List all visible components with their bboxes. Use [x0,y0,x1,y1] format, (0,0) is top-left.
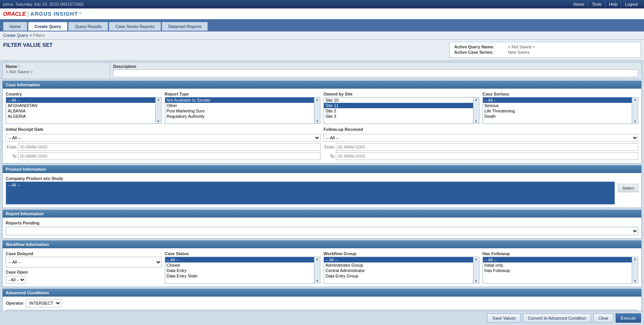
workflow-info-header: Workflow Information [3,241,641,248]
nav-help[interactable]: Help [606,1,621,7]
list-item[interactable]: Has Followup [483,268,632,273]
scroll-up-arrow[interactable]: ▲ [634,98,637,101]
tab-query-results[interactable]: Query Results [68,22,108,31]
case-status-list-wrap: -- All -- Closed Data Entry Data Entry S… [165,257,321,284]
list-item[interactable]: -- All -- [165,257,314,262]
has-followup-listbox[interactable]: -- All -- Initial only Has Followup [483,257,632,284]
case-status-listbox[interactable]: -- All -- Closed Data Entry Data Entry S… [165,257,315,284]
followup-to-input[interactable] [336,152,638,160]
nav-tools[interactable]: Tools [589,1,605,7]
case-serious-label: Case Serious [483,92,639,96]
case-open-select[interactable]: - All - [6,276,26,284]
case-delayed-select[interactable]: -- All -- [6,257,162,267]
list-item[interactable]: Death [483,114,632,119]
list-item[interactable]: Site 3 [324,114,473,119]
list-item[interactable]: -- All -- [8,183,613,187]
tab-case-series-reports[interactable]: Case Series Reports [109,22,161,31]
report-type-list-wrap: Not Available to Sender Other Post Marke… [165,97,321,124]
product-select-button[interactable]: Select [618,184,638,192]
list-item[interactable]: Initial only [483,262,632,268]
initial-receipt-from-input[interactable] [18,143,320,151]
tab-create-query[interactable]: Create Query [28,22,67,31]
workflow-group-scrollbar[interactable]: ▲ ▼ [473,257,480,284]
list-item[interactable]: -- All -- [483,97,632,103]
scroll-up-arrow[interactable]: ▲ [475,257,478,261]
list-item[interactable]: ALBANIA [6,108,155,114]
followup-from-input[interactable] [336,143,638,151]
breadcrumb-create-query[interactable]: Create Query [3,33,28,38]
list-item[interactable]: ALGERIA [6,114,155,119]
list-item[interactable]: Site 11 [324,103,473,108]
country-scrollbar[interactable]: ▲ ▼ [156,97,162,124]
query-info-box: Active Query Name: < Not Saved > Active … [449,42,641,58]
tab-home[interactable]: Home [3,22,27,31]
initial-receipt-to-input[interactable] [18,152,320,160]
save-values-button[interactable]: Save Values [487,313,521,323]
date-row-group: Initial Receipt Date -- All -- From To [6,127,638,160]
nav-home[interactable]: Home [570,1,588,7]
report-type-listbox[interactable]: Not Available to Sender Other Post Marke… [165,97,315,124]
country-listbox[interactable]: -- All -- AFGHANISTAN ALBANIA ALGERIA [6,97,156,124]
list-item[interactable]: Serious [483,103,632,108]
has-followup-scrollbar[interactable]: ▲ ▼ [632,257,638,284]
product-logo: ARGUS INSIGHT [30,11,78,17]
list-item[interactable]: -- All -- [324,257,473,262]
scroll-down-arrow[interactable]: ▼ [316,279,319,283]
workflow-info-section: Workflow Information Case Delayed -- All… [2,240,642,287]
workflow-group-listbox[interactable]: -- All -- Administrator Group Central Ad… [324,257,473,284]
list-item[interactable]: -- All -- [6,97,155,103]
case-serious-list-wrap: -- All -- Serious Life Threatening Death… [483,97,639,124]
case-status-scrollbar[interactable]: ▲ ▼ [314,257,320,284]
list-item[interactable]: Life Threatening [483,108,632,114]
scroll-down-arrow[interactable]: ▼ [157,120,160,123]
scroll-down-arrow[interactable]: ▼ [316,120,319,123]
clear-button[interactable]: Clear [593,313,613,323]
list-item[interactable]: Data Entry Group [324,273,473,279]
list-item[interactable]: -- All -- [483,257,632,262]
list-item[interactable]: Site 10 [324,97,473,103]
list-item[interactable]: Central Administrator [324,268,473,273]
reports-pending-select[interactable] [6,227,638,235]
scroll-up-arrow[interactable]: ▲ [316,257,319,261]
list-item[interactable]: Administrator Group [324,262,473,268]
case-serious-listbox[interactable]: -- All -- Serious Life Threatening Death [483,97,632,124]
initial-receipt-date-group: Initial Receipt Date -- All -- From To [6,127,320,160]
tab-datamart-reports[interactable]: Datamart Reports [162,22,208,31]
scroll-down-arrow[interactable]: ▼ [475,120,478,123]
list-item[interactable]: Not Available to Sender [165,97,314,103]
advanced-conditions-header: Advanced Conditions [3,289,641,297]
case-open-label: Case Open [6,270,162,274]
owned-by-site-listbox[interactable]: Site 10 Site 11 Site 2 Site 3 [324,97,473,124]
scroll-down-arrow[interactable]: ▼ [475,279,478,283]
owned-by-site-scrollbar[interactable]: ▲ ▼ [473,97,480,124]
scroll-up-arrow[interactable]: ▲ [157,98,160,101]
description-input[interactable] [113,69,638,77]
scroll-up-arrow[interactable]: ▲ [634,257,637,261]
execute-button[interactable]: Execute [616,313,641,323]
list-item[interactable]: Other [165,103,314,108]
initial-receipt-date-select[interactable]: -- All -- [6,134,320,142]
list-item[interactable]: AFGHANISTAN [6,103,155,108]
scroll-down-arrow[interactable]: ▼ [634,120,637,123]
active-series-value: New Series [508,50,529,54]
list-item[interactable]: Post Marketing Surv. [165,108,314,114]
list-item[interactable]: Data Entry State [165,273,314,279]
case-serious-scrollbar[interactable]: ▲ ▼ [632,97,638,124]
scroll-up-arrow[interactable]: ▲ [316,98,319,101]
convert-to-advanced-button[interactable]: Convert to Advanced Condition [523,313,591,323]
report-type-scrollbar[interactable]: ▲ ▼ [314,97,320,124]
followup-to-row: To [324,152,638,160]
nav-logout[interactable]: Logout [622,1,641,7]
list-item[interactable]: Closed [165,262,314,268]
case-info-body: Country -- All -- AFGHANISTAN ALBANIA AL… [3,89,641,163]
scroll-down-arrow[interactable]: ▼ [634,279,637,283]
scroll-up-arrow[interactable]: ▲ [475,98,478,101]
followup-received-select[interactable]: -- All -- [324,134,638,142]
operator-select[interactable]: INTERSECT UNION MINUS [26,299,61,307]
list-item[interactable]: Site 2 [324,108,473,114]
list-item[interactable]: Regulatory Authority [165,114,314,119]
company-product-listbox[interactable]: -- All -- [6,181,615,205]
followup-received-select-row: -- All -- [324,134,638,142]
top-bar: johns, Saturday July 10, 2010 (AI51ST360… [0,0,644,8]
list-item[interactable]: Data Entry [165,268,314,273]
